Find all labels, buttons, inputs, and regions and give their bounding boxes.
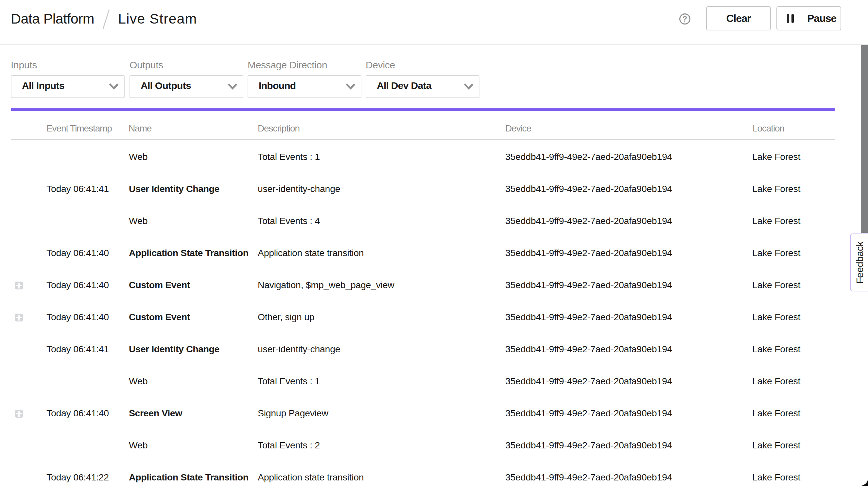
svg-text:?: ? (683, 15, 687, 23)
